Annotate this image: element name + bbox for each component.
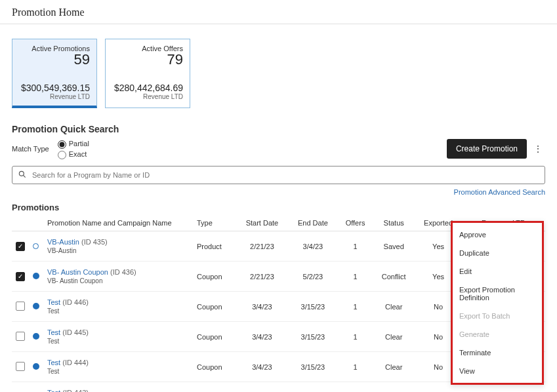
cell-start: 3/4/23 — [236, 292, 289, 322]
cell-end: 3/15/23 — [288, 292, 337, 322]
search-input[interactable] — [27, 170, 539, 180]
context-menu-item: Generate — [453, 325, 542, 343]
table-header — [12, 215, 29, 231]
status-dot-icon — [33, 363, 39, 370]
cell-type: Coupon — [193, 292, 236, 322]
promotion-id: (ID 446) — [62, 298, 89, 306]
svg-line-1 — [23, 175, 25, 177]
match-type-radio[interactable]: Exact — [54, 149, 89, 159]
card-revenue: $280,442,684.69 — [112, 83, 183, 93]
promotion-name-link[interactable]: Test — [47, 328, 60, 336]
search-icon — [18, 170, 27, 181]
summary-card[interactable]: Active Offers79$280,442,684.69Revenue LT… — [105, 39, 190, 108]
promotion-id: (ID 435) — [81, 238, 108, 246]
table-header: Status — [373, 215, 415, 231]
promotion-name-link[interactable]: VB-Austin — [47, 238, 79, 246]
advanced-search-link[interactable]: Promotion Advanced Search — [0, 184, 557, 199]
row-checkbox[interactable] — [16, 332, 25, 341]
table-header — [29, 215, 43, 231]
cell-status: Conflict — [373, 262, 415, 292]
promotions-heading: Promotions — [0, 199, 557, 215]
campaign-name: VB-Austin — [47, 247, 189, 254]
cell-end: 3/15/23 — [288, 322, 337, 352]
cell-offers: 1 — [337, 262, 373, 292]
cell-offers: 1 — [337, 382, 373, 393]
cell-status: Clear — [373, 382, 415, 393]
campaign-name: Test — [47, 307, 189, 315]
row-checkbox[interactable] — [16, 302, 25, 311]
cell-status: Clear — [373, 322, 415, 352]
card-count: 79 — [112, 51, 183, 68]
table-header: Type — [193, 215, 236, 231]
context-menu-item[interactable]: Approve — [453, 225, 542, 244]
svg-point-0 — [19, 171, 24, 176]
row-checkbox[interactable] — [16, 362, 25, 371]
table-header: Offers — [337, 215, 373, 231]
cell-end: 5/2/23 — [288, 262, 337, 292]
summary-card[interactable]: Active Promotions59$300,549,369.15Revenu… — [12, 39, 97, 108]
cell-start: 3/3/23 — [236, 382, 289, 393]
promotion-name-link[interactable]: Test — [47, 298, 60, 306]
campaign-name: Test — [47, 338, 189, 345]
promotion-name-link[interactable]: Test — [47, 389, 60, 392]
cell-offers: 1 — [337, 322, 373, 352]
cell-type: Coupon — [193, 382, 236, 393]
status-dot-icon — [33, 273, 39, 279]
context-menu-item[interactable]: View — [453, 362, 542, 380]
card-count: 59 — [19, 51, 90, 68]
cell-end: 3/4/23 — [288, 231, 337, 262]
context-menu-item: Export To Batch — [453, 307, 542, 325]
status-dot-icon — [33, 333, 39, 340]
context-menu-item[interactable]: Terminate — [453, 343, 542, 362]
promotion-id: (ID 445) — [62, 328, 89, 336]
cell-status: Saved — [373, 231, 415, 262]
promotion-id: (ID 443) — [62, 389, 89, 392]
table-header: End Date — [288, 215, 337, 231]
cell-start: 3/4/23 — [236, 352, 289, 382]
create-promotion-button[interactable]: Create Promotion — [447, 139, 527, 159]
cell-offers: 1 — [337, 231, 373, 262]
row-context-menu[interactable]: ApproveDuplicateEditExport Promotion Def… — [451, 221, 544, 385]
cell-status: Clear — [373, 292, 415, 322]
card-revenue: $300,549,369.15 — [19, 83, 90, 93]
promotion-name-link[interactable]: Test — [47, 359, 60, 366]
radio-label: Exact — [69, 150, 87, 158]
promotion-id: (ID 436) — [110, 268, 136, 276]
quick-search-title: Promotion Quick Search — [0, 113, 557, 138]
card-sublabel: Revenue LTD — [112, 93, 183, 100]
cell-status: Clear — [373, 352, 415, 382]
cell-offers: 1 — [337, 292, 373, 322]
context-menu-item[interactable]: Export Promotion Definition — [453, 281, 542, 307]
search-box[interactable] — [12, 166, 545, 184]
table-header: Promotion Name and Campaign Name — [43, 215, 193, 231]
card-sublabel: Revenue LTD — [19, 93, 90, 100]
cell-start: 2/21/23 — [236, 231, 289, 262]
match-type-radio[interactable]: Partial — [54, 138, 89, 149]
table-header: Start Date — [236, 215, 289, 231]
cell-type: Coupon — [193, 352, 236, 382]
context-menu-item[interactable]: Edit — [453, 262, 542, 281]
cell-type: Product — [193, 231, 236, 262]
cell-end: 3/15/23 — [288, 352, 337, 382]
cell-type: Coupon — [193, 322, 236, 352]
context-menu-item[interactable]: Duplicate — [453, 244, 542, 262]
page-title: Promotion Home — [0, 0, 557, 24]
status-dot-icon — [33, 243, 39, 249]
promotion-name-link[interactable]: VB- Austin Coupon — [47, 268, 108, 276]
status-dot-icon — [33, 303, 39, 309]
cell-type: Coupon — [193, 262, 236, 292]
campaign-name: VB- Austin Coupon — [47, 277, 189, 284]
promotion-id: (ID 444) — [62, 359, 89, 366]
row-checkbox[interactable]: ✓ — [16, 272, 25, 281]
summary-cards: Active Promotions59$300,549,369.15Revenu… — [0, 24, 557, 113]
page-overflow-icon[interactable]: ⋮ — [531, 144, 545, 154]
match-type-label: Match Type — [12, 145, 49, 153]
cell-offers: 1 — [337, 352, 373, 382]
cell-start: 2/21/23 — [236, 262, 289, 292]
row-checkbox[interactable]: ✓ — [16, 242, 25, 251]
cell-end: 3/15/23 — [288, 382, 337, 393]
cell-start: 3/4/23 — [236, 322, 289, 352]
radio-label: Partial — [69, 140, 89, 147]
campaign-name: Test — [47, 368, 189, 375]
